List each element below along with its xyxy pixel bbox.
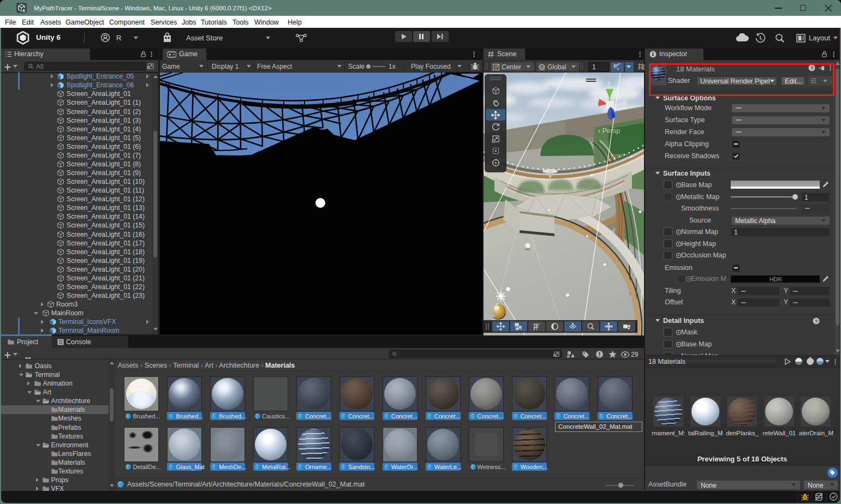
svg-text:y: y xyxy=(607,79,611,86)
svg-text:6: 6 xyxy=(23,8,26,13)
svg-text:x: x xyxy=(594,95,598,102)
svg-text:Y: Y xyxy=(617,67,620,71)
svg-text:‹ Persp: ‹ Persp xyxy=(598,127,620,135)
svg-text:?: ? xyxy=(815,319,818,324)
